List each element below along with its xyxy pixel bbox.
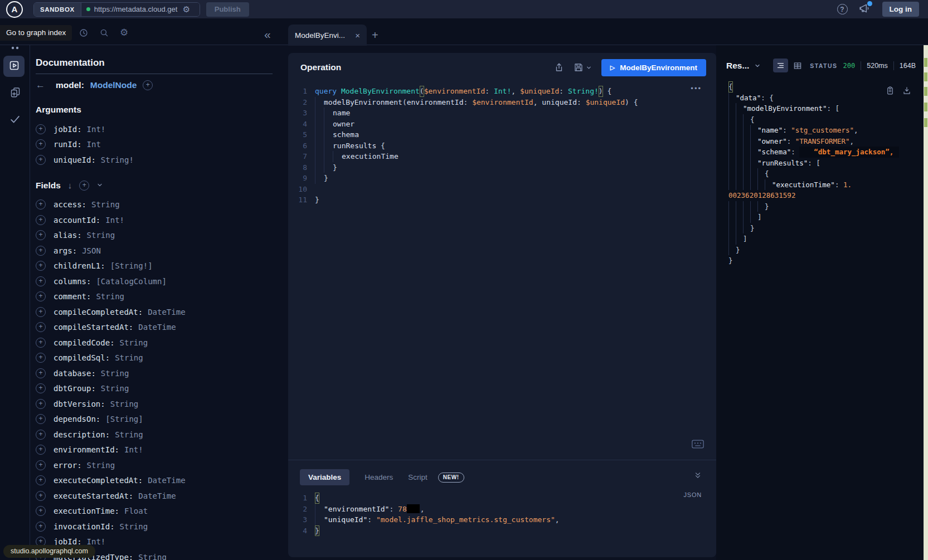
download-response-icon[interactable] — [902, 86, 911, 95]
connection-settings-gear-icon[interactable]: ⚙ — [183, 5, 190, 13]
add-field-button[interactable]: + — [36, 475, 46, 485]
add-field-button[interactable]: + — [36, 155, 46, 165]
field-type: DateTime — [138, 491, 176, 500]
login-button[interactable]: Log in — [882, 2, 920, 17]
tab-script[interactable]: Script — [408, 473, 427, 481]
back-arrow-icon[interactable]: ← — [36, 80, 45, 91]
field-name: runId: — [54, 140, 82, 149]
new-tab-icon[interactable]: + — [372, 30, 378, 41]
endpoint-url-field[interactable]: https://metadata.cloud.get ⚙ — [81, 3, 200, 16]
code-line: 5schema — [294, 129, 711, 140]
field-type: String — [96, 292, 124, 301]
settings-gear-icon[interactable]: ⚙ — [120, 27, 128, 38]
field-type: [CatalogColumn] — [96, 277, 166, 286]
add-field-button[interactable]: + — [36, 246, 46, 256]
add-field-button[interactable]: + — [36, 353, 46, 363]
keyboard-shortcuts-icon[interactable] — [692, 440, 704, 451]
field-name: uniqueId: — [54, 155, 96, 164]
documentation-panel: Documentation ← model: ModelNode + Argum… — [31, 45, 288, 560]
variables-tabs: Variables Headers Script NEW! — [288, 460, 716, 485]
field-type: JSON — [82, 246, 101, 255]
copy-response-icon[interactable] — [886, 86, 895, 95]
doc-field-row: +error:String — [36, 457, 288, 473]
documentation-title: Documentation — [36, 57, 288, 69]
code-line: } — [728, 255, 924, 266]
code-line: 2"environmentId": 78, — [294, 504, 711, 515]
field-type: Float — [124, 507, 148, 515]
variables-editor[interactable]: 1{2"environmentId": 78,3"uniqueId": "mod… — [294, 493, 711, 536]
table-view-icon[interactable] — [793, 61, 802, 70]
add-field-button[interactable]: + — [36, 338, 46, 348]
announcements-button[interactable] — [859, 3, 870, 16]
add-field-button[interactable]: + — [36, 261, 46, 271]
doc-field-row: +childrenL1:[String!] — [36, 259, 288, 274]
add-field-button[interactable]: + — [36, 368, 46, 378]
code-line: 4owner — [294, 119, 711, 130]
field-type: [String] — [105, 415, 143, 423]
doc-field-row: +columns:[CatalogColumn] — [36, 274, 288, 289]
add-field-button[interactable]: + — [36, 199, 46, 210]
save-chevron-down-icon[interactable] — [586, 65, 592, 71]
fields-chevron-down-icon[interactable] — [96, 181, 103, 191]
add-field-button[interactable]: + — [36, 506, 46, 516]
add-field-button[interactable]: + — [36, 291, 46, 301]
add-field-button[interactable]: + — [36, 124, 46, 134]
add-field-button[interactable]: + — [36, 460, 46, 470]
add-field-button[interactable]: + — [36, 322, 46, 332]
notification-dot — [867, 1, 872, 6]
scrollbar[interactable] — [924, 0, 928, 560]
operation-tab[interactable]: ModelByEnvi... × — [288, 25, 367, 46]
response-json: {"data": {"modelByEnvironment": [{"name"… — [728, 81, 924, 266]
add-field-button[interactable]: + — [36, 383, 46, 393]
code-line: 6runResults { — [294, 140, 711, 152]
doc-field-row: +environmentId:Int! — [36, 442, 288, 458]
model-field-label: model: — [56, 80, 84, 90]
add-field-button[interactable]: + — [36, 522, 46, 532]
code-line: "modelByEnvironment": [ — [728, 103, 924, 114]
add-all-fields-button[interactable]: + — [79, 181, 89, 191]
response-chevron-down-icon[interactable] — [754, 62, 761, 69]
field-type: String — [120, 338, 148, 347]
response-panel: Res... STATUS 200 520ms 164B — [716, 45, 924, 560]
explorer-play-icon — [8, 60, 20, 74]
publish-button[interactable]: Publish — [206, 2, 249, 17]
model-type-link[interactable]: ModelNode — [90, 80, 137, 90]
formatted-view-icon[interactable] — [773, 59, 788, 72]
search-icon[interactable] — [99, 28, 109, 40]
add-field-button[interactable]: + — [36, 215, 46, 225]
add-field-button[interactable]: + — [36, 276, 46, 286]
field-name: executeCompletedAt: — [54, 476, 143, 485]
response-title[interactable]: Res... — [726, 61, 749, 71]
close-tab-icon[interactable]: × — [355, 31, 360, 40]
history-icon[interactable] — [79, 28, 89, 40]
sidebar-item-schema[interactable] — [0, 86, 30, 98]
arguments-title: Arguments — [36, 105, 288, 115]
apollo-logo[interactable]: A — [0, 1, 29, 18]
share-icon[interactable] — [554, 62, 564, 72]
field-name: compiledCode: — [54, 338, 115, 347]
help-icon[interactable]: ? — [837, 4, 848, 14]
collapse-variables-icon[interactable] — [694, 471, 702, 481]
add-field-button[interactable]: + — [36, 307, 46, 317]
collapse-panel-icon[interactable]: « — [264, 28, 271, 40]
add-field-button[interactable]: + — [36, 230, 46, 240]
add-model-field-button[interactable]: + — [143, 80, 153, 90]
doc-field-row: +args:JSON — [36, 243, 288, 259]
add-field-button[interactable]: + — [36, 139, 46, 149]
doc-field-row: +executeStartedAt:DateTime — [36, 488, 288, 504]
tab-headers[interactable]: Headers — [365, 473, 393, 481]
tab-variables[interactable]: Variables — [300, 469, 349, 485]
add-field-button[interactable]: + — [36, 399, 46, 409]
sort-fields-icon[interactable]: ↓ — [68, 181, 72, 190]
add-field-button[interactable]: + — [36, 430, 46, 440]
run-button-label: ModelByEnvironment — [620, 64, 697, 72]
save-icon[interactable] — [574, 62, 584, 72]
run-operation-button[interactable]: ▷ ModelByEnvironment — [601, 59, 706, 76]
field-type: String — [115, 353, 143, 362]
add-field-button[interactable]: + — [36, 491, 46, 501]
sidebar-item-explorer[interactable] — [3, 56, 25, 77]
add-field-button[interactable]: + — [36, 445, 46, 455]
graphql-editor[interactable]: 1query ModelByEnvironment($environmentId… — [294, 86, 711, 206]
sidebar-item-checks[interactable] — [0, 113, 30, 125]
add-field-button[interactable]: + — [36, 414, 46, 424]
